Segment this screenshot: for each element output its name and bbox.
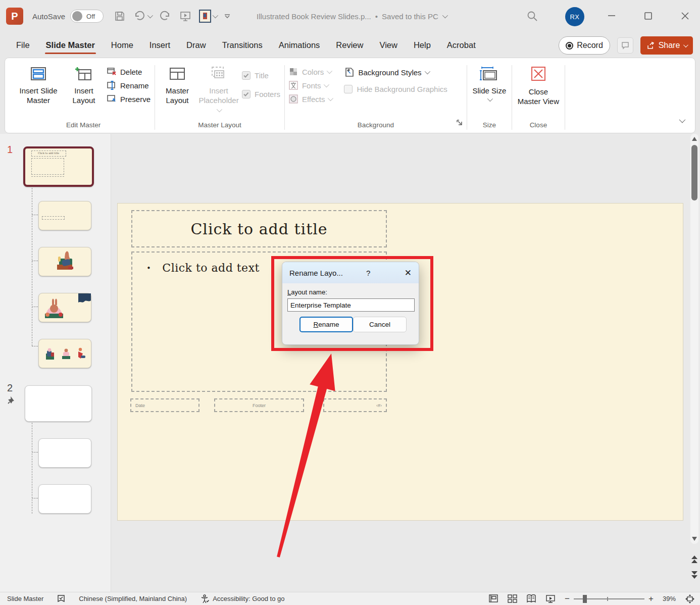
zoom-level[interactable]: 39% (663, 595, 676, 602)
layout-thumbnail-5[interactable] (38, 438, 91, 468)
master-layout-button[interactable]: Master Layout (159, 63, 195, 106)
effects-dropdown[interactable]: Effects (289, 94, 332, 104)
recent-image-tool[interactable] (199, 10, 217, 23)
quick-access-toolbar-menu[interactable] (224, 13, 231, 20)
layout-thumbnail-4[interactable] (38, 339, 91, 368)
rename-layout-dialog: Rename Layo... ? ✕ Layout name: Rename C… (282, 262, 419, 345)
status-view-label[interactable]: Slide Master (7, 595, 43, 602)
status-accessibility[interactable]: Accessibility: Good to go (213, 595, 284, 602)
tab-help[interactable]: Help (406, 35, 439, 55)
scroll-up-icon[interactable] (691, 136, 698, 142)
undo-chevron-icon[interactable] (147, 13, 153, 18)
fit-slide-to-window-icon[interactable] (685, 594, 695, 604)
footers-checkbox[interactable]: Footers (242, 90, 280, 98)
share-button[interactable]: Share (640, 36, 693, 55)
background-styles-chevron-icon (424, 69, 430, 74)
zoom-in-button[interactable]: + (648, 594, 654, 604)
tab-animations[interactable]: Animations (271, 35, 328, 55)
layout-connector-line (32, 452, 38, 452)
spell-check-icon[interactable] (57, 594, 66, 603)
next-slide-icon[interactable] (691, 572, 698, 578)
hide-background-graphics-checkbox[interactable]: Hide Background Graphics (344, 82, 447, 93)
tab-home[interactable]: Home (103, 35, 141, 55)
layout-name-input[interactable] (287, 298, 415, 312)
zoom-slider-thumb[interactable] (583, 595, 587, 603)
slideshow-view-icon[interactable] (545, 594, 556, 603)
tab-view[interactable]: View (371, 35, 405, 55)
close-window-button[interactable] (679, 10, 690, 23)
save-icon[interactable] (114, 10, 126, 22)
avatar[interactable]: RX (565, 7, 584, 26)
slide-sorter-view-icon[interactable] (508, 594, 517, 603)
layout-thumbnail-6[interactable] (38, 484, 91, 514)
slide-master-2-thumbnail[interactable] (25, 385, 92, 422)
insert-slide-master-button[interactable]: Insert Slide Master (16, 63, 61, 106)
scroll-down-icon[interactable] (691, 536, 698, 542)
title-placeholder[interactable]: Click to add title (131, 210, 387, 247)
zoom-out-button[interactable]: − (565, 594, 570, 604)
collapse-ribbon-chevron-icon[interactable] (679, 116, 684, 125)
record-button[interactable]: Record (559, 36, 610, 55)
saved-status[interactable]: Saved to this PC (382, 12, 438, 21)
footer-placeholder-text: Footer (253, 403, 266, 408)
close-master-view-button[interactable]: Close Master View (516, 63, 561, 107)
insert-layout-button[interactable]: Insert Layout (66, 63, 102, 106)
normal-view-icon[interactable] (489, 594, 498, 603)
minimize-button[interactable] (606, 10, 617, 23)
title-checkbox[interactable]: Title (242, 71, 280, 80)
tab-transitions[interactable]: Transitions (214, 35, 271, 55)
maximize-button[interactable] (642, 10, 654, 23)
zoom-slider[interactable] (574, 595, 644, 603)
background-dialog-launcher[interactable] (456, 119, 464, 129)
tab-insert[interactable]: Insert (141, 35, 178, 55)
slide-master-1-thumbnail[interactable]: Click to add title (23, 146, 94, 187)
tab-draw[interactable]: Draw (178, 35, 214, 55)
tab-slide-master[interactable]: Slide Master (38, 35, 103, 55)
search-icon[interactable] (526, 10, 538, 24)
preserve-button[interactable]: Preserve (107, 94, 151, 104)
dialog-close-button[interactable]: ✕ (405, 268, 412, 278)
slide-master-editing-surface[interactable]: Click to add title • Click to add text D… (118, 204, 683, 520)
saved-status-chevron-icon[interactable] (442, 13, 448, 18)
slide-size-button[interactable]: Slide Size (471, 63, 508, 102)
previous-slide-icon[interactable] (691, 557, 698, 563)
layout-thumbnail-1[interactable] (38, 201, 91, 230)
fonts-dropdown[interactable]: Fonts (289, 81, 332, 90)
dialog-title-bar[interactable]: Rename Layo... ? ✕ (282, 262, 419, 283)
document-title[interactable]: Illustrated Book Review Slides.p... (257, 12, 371, 21)
reading-view-icon[interactable] (526, 594, 536, 603)
insert-placeholder-icon (209, 66, 228, 83)
vertical-scrollbar[interactable] (690, 134, 698, 592)
insert-placeholder-button[interactable]: Insert Placeholder (201, 63, 237, 112)
cancel-button[interactable]: Cancel (353, 317, 407, 332)
status-language[interactable]: Chinese (Simplified, Mainland China) (79, 595, 187, 602)
redo-button[interactable] (159, 10, 172, 22)
group-master-layout: Master Layout Insert Placeholder Title F… (155, 63, 284, 133)
group-background: Colors Fonts Effects Background Styl (285, 63, 467, 133)
delete-button[interactable]: Delete (107, 67, 151, 76)
insert-placeholder-label: Insert Placeholder (198, 86, 238, 106)
tab-acrobat[interactable]: Acrobat (439, 35, 484, 55)
undo-button[interactable] (133, 10, 152, 22)
start-slideshow-icon[interactable] (179, 10, 192, 22)
rename-button[interactable]: Rename (107, 81, 151, 90)
checkbox-unchecked-icon (344, 85, 353, 93)
powerpoint-logo-icon[interactable]: P (6, 8, 23, 25)
dialog-help-button[interactable]: ? (366, 269, 370, 277)
footer-placeholder[interactable]: Footer (214, 398, 304, 412)
layout-connector-line (32, 261, 38, 261)
colors-dropdown[interactable]: Colors (289, 67, 332, 76)
date-placeholder[interactable]: Date (130, 398, 199, 412)
layout-thumbnail-2[interactable] (38, 247, 91, 276)
rename-confirm-button[interactable]: Rename (299, 317, 353, 332)
scrollbar-thumb[interactable] (691, 145, 697, 200)
tab-review[interactable]: Review (328, 35, 371, 55)
tab-file[interactable]: File (8, 35, 38, 55)
slide-number-placeholder[interactable]: ‹#› (323, 398, 387, 412)
autosave-toggle[interactable]: Off (70, 10, 104, 23)
fonts-label: Fonts (302, 81, 321, 90)
comments-button[interactable] (617, 37, 633, 54)
image-tool-chevron-icon[interactable] (213, 13, 218, 18)
background-styles-dropdown[interactable]: Background Styles (344, 67, 447, 77)
layout-thumbnail-3[interactable] (38, 293, 91, 322)
